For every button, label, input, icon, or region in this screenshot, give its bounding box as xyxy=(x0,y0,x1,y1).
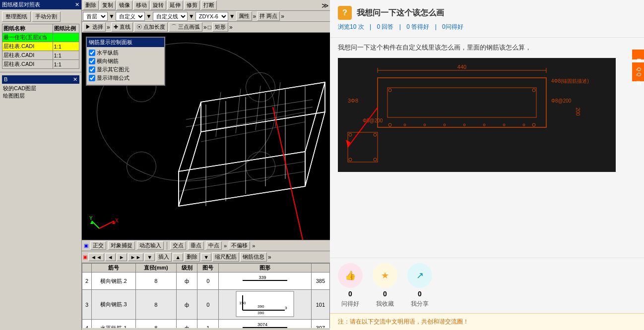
no-offset-btn[interactable]: 不偏移 xyxy=(229,241,250,250)
trim-btn[interactable]: 修剪 xyxy=(184,0,200,10)
expand-btn[interactable]: ≫ xyxy=(322,1,329,9)
point-add-btn[interactable]: ☉ 点加长度 xyxy=(134,22,168,32)
row-dia: 8 xyxy=(135,290,176,320)
svg-point-59 xyxy=(444,124,446,126)
table-row[interactable]: 3 横向钢筋.3 8 ф 0 xyxy=(82,290,330,320)
row-grade: ф xyxy=(176,273,197,290)
up-btn[interactable]: ▲ xyxy=(173,253,183,261)
like-button[interactable]: 👍 xyxy=(338,263,363,288)
table-row[interactable]: 层柱表.CADI 1:1 xyxy=(2,60,79,69)
row-name: 层柱表.CADI xyxy=(2,42,53,51)
row-dia: 8 xyxy=(135,320,176,329)
left-bottom-close[interactable]: ✕ xyxy=(73,76,77,83)
svg-line-64 xyxy=(348,108,378,147)
row-num: 3 xyxy=(82,290,92,320)
checkbox-show-formula[interactable]: 显示详细公式 xyxy=(89,74,162,82)
align-btn[interactable]: 拌 两点 xyxy=(257,11,280,21)
col-drawing-name: 图纸名称 xyxy=(2,24,53,33)
scale-btn[interactable]: 缩尺配筋 xyxy=(212,252,239,262)
rotate-btn[interactable]: 旋转 xyxy=(150,0,166,10)
table-row[interactable]: 4 水平纵筋.1 8 ф 1 3074 307 xyxy=(82,320,330,329)
rebar-table-wrap[interactable]: 筋号 直径(mm) 级别 图号 图形 2 横向钢筋.2 8 ф 0 xyxy=(82,263,330,328)
prev-btn[interactable]: ◄ xyxy=(105,253,116,261)
cad-viewport[interactable]: 钢筋显示控制面板 水平纵筋 横向钢筋 显示其它图元 显示详细公式 xyxy=(82,33,330,240)
qa-icon: ? xyxy=(338,6,352,20)
svg-text:339: 339 xyxy=(258,275,266,280)
rebar-info-btn[interactable]: 钢筋信息 xyxy=(240,252,267,262)
stat-helpful: 0问得好 xyxy=(442,23,463,30)
cad-technical-drawing: 440 4Φ8(锚固筋描述) 3Φ8 Φ8@200 Φ8@200 200 xyxy=(338,58,616,172)
left-panel-titlebar: 图纸楼层对照表 ✕ xyxy=(0,0,81,9)
rect-btn[interactable]: 矩形 xyxy=(212,22,228,32)
checkbox-show-elements[interactable]: 显示其它图元 xyxy=(89,66,162,73)
row-name: 层柱表.CADI xyxy=(2,51,53,60)
col-figure: 图形 xyxy=(219,264,312,273)
svg-point-70 xyxy=(374,158,377,161)
attr-btn[interactable]: 属性 xyxy=(236,11,252,21)
svg-text:440: 440 xyxy=(457,64,466,70)
like-count: 0 xyxy=(348,290,352,298)
qa-description: 我想问一下这个构件在自定义线里该怎么画，里面的钢筋该怎么算， xyxy=(338,43,636,53)
insert-btn[interactable]: 插入 xyxy=(156,252,172,262)
svg-point-63 xyxy=(523,124,525,126)
break-btn[interactable]: 打断 xyxy=(201,0,217,10)
extend-btn[interactable]: 延伸 xyxy=(167,0,183,10)
move-btn[interactable]: 移动 xyxy=(133,0,149,10)
style-dropdown[interactable]: 自定义 xyxy=(116,12,145,21)
row-ratio: 1:1 xyxy=(53,51,79,60)
qa-footer-text: 注：请在以下交流中文明用语，共创和谐交流圈！ xyxy=(338,318,469,325)
checkbox-transverse-rebar[interactable]: 横向钢筋 xyxy=(89,57,162,65)
table-row[interactable]: 层柱表.CADI 1:1 xyxy=(2,42,79,51)
svg-rect-43 xyxy=(387,88,536,117)
main-toolbar-third: ▶ 选择 » ✚ 直线 ☉ 点加长度 ⌒ 三点画弧 » □ 矩形 » xyxy=(82,22,330,33)
status-indicator: ▣ xyxy=(84,243,88,248)
code-dropdown[interactable]: ZDYX-6 xyxy=(195,12,228,21)
svg-point-68 xyxy=(349,158,352,161)
checkbox-horizontal-rebar[interactable]: 水平纵筋 xyxy=(89,49,162,56)
down2-btn[interactable]: ▼ xyxy=(201,253,211,261)
row-ratio xyxy=(53,33,79,42)
intersection-btn[interactable]: 交点 xyxy=(170,241,186,250)
table-row[interactable]: 2 横向钢筋.2 8 ф 0 339 385 xyxy=(82,273,330,290)
down-btn[interactable]: ▼ xyxy=(144,253,155,261)
main-toolbar-second: 首层 ▼ 自定义 ▼ 自定义线 ▼ ZDYX-6 ▼ 属性 » 拌 两点 » xyxy=(82,11,330,22)
first-btn[interactable]: ◄◄ xyxy=(88,253,104,261)
row-figure: 339 xyxy=(219,273,312,290)
midpoint-btn[interactable]: 中点 xyxy=(206,241,222,250)
qq-consult-btn[interactable]: Q Q咨询 xyxy=(632,62,644,81)
next-btn[interactable]: ► xyxy=(117,253,127,261)
rebar-table-area: ▣ ◄◄ ◄ ► ►► ▼ 插入 ▲ 删除 ▼ 缩尺配筋 钢筋信息 » 筋号 直… xyxy=(82,251,330,330)
last-btn[interactable]: ►► xyxy=(128,253,144,261)
left-panel-close[interactable]: ✕ xyxy=(75,1,79,8)
table-row[interactable]: 层柱表.CADI 1:1 xyxy=(2,51,79,60)
snap-btn[interactable]: 对象捕捉 xyxy=(108,241,135,250)
share-button[interactable]: ↗ xyxy=(407,263,432,288)
organize-drawings-btn[interactable]: 整理图纸 xyxy=(2,11,31,22)
svg-marker-0 xyxy=(179,152,305,206)
like-label: 问得好 xyxy=(341,300,359,308)
delete-rebar-btn[interactable]: 删除 xyxy=(184,252,200,262)
follow-us-btn[interactable]: 关注我们 xyxy=(632,50,644,59)
table-row[interactable]: 最一住宅(五层)(当 xyxy=(2,33,79,42)
collect-button[interactable]: ★ xyxy=(373,263,397,288)
panel-divider xyxy=(0,72,81,72)
floor-dropdown[interactable]: 首层 xyxy=(83,12,108,21)
xyz-axes-indicator: X Y xyxy=(89,206,124,236)
manual-split-btn[interactable]: 手动分割 xyxy=(32,11,61,22)
dynamic-input-btn[interactable]: 动态输入 xyxy=(137,241,164,250)
left-top: 整理图纸 手动分割 图纸名称 图纸比例 最一住宅(五层)(当 层柱表.CADI … xyxy=(0,9,81,71)
delete-btn[interactable]: 删除 xyxy=(83,0,99,10)
select-btn[interactable]: ▶ 选择 xyxy=(83,22,106,32)
svg-text:4Φ8(锚固筋描述): 4Φ8(锚固筋描述) xyxy=(551,78,589,84)
line-dropdown[interactable]: 自定义线 xyxy=(153,12,188,21)
mirror-btn[interactable]: 镜像 xyxy=(117,0,132,10)
svg-line-24 xyxy=(99,221,114,228)
three-arc-btn[interactable]: ⌒ 三点画弧 xyxy=(169,22,202,32)
copy-btn[interactable]: 复制 xyxy=(100,0,116,10)
stat-sep2: | xyxy=(399,23,402,30)
svg-point-54 xyxy=(532,89,535,92)
perpendicular-btn[interactable]: 垂点 xyxy=(188,241,204,250)
line-btn[interactable]: ✚ 直线 xyxy=(111,22,133,32)
ortho-btn[interactable]: 正交 xyxy=(90,241,106,250)
svg-point-60 xyxy=(463,124,465,126)
